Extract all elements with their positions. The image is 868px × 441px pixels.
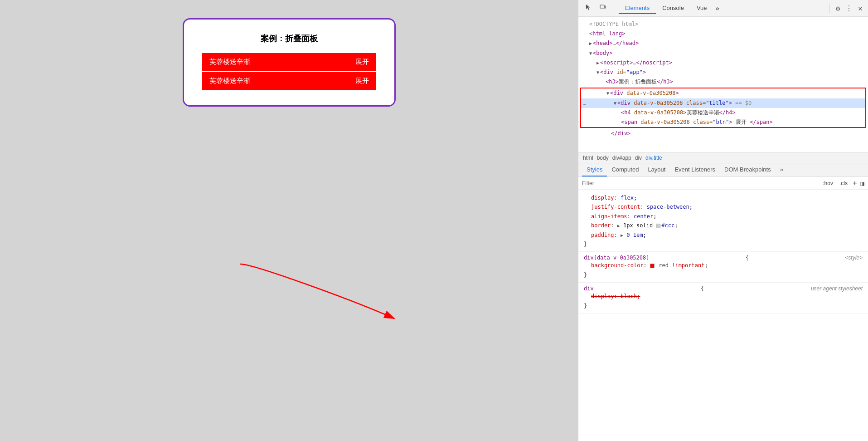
accordion-item-2-btn[interactable]: 展开: [355, 77, 369, 85]
more-tabs-button[interactable]: »: [713, 3, 722, 14]
separator2: [829, 4, 829, 13]
html-line-doctype: <!DOCTYPE html>: [578, 20, 868, 29]
separator: [614, 4, 614, 13]
html-line-h4[interactable]: <h4 data-v-0a305208>芙蓉楼送辛渐</h4>: [581, 108, 865, 118]
cursor-icon[interactable]: [582, 2, 595, 15]
accordion-item-1[interactable]: 芙蓉楼送辛渐 展开: [202, 53, 376, 71]
html-line-h3[interactable]: <h3>案例：折叠面板</h3>: [578, 77, 868, 87]
elements-panel[interactable]: <!DOCTYPE html> <html lang> ▶<head>…</he…: [578, 17, 868, 153]
accordion-item-2[interactable]: 芙蓉楼送辛渐 展开: [202, 72, 376, 90]
border-expand-icon[interactable]: ▶: [617, 223, 620, 228]
css-justify-prop: justify-content: [591, 204, 640, 210]
breadcrumb-div[interactable]: div: [634, 155, 643, 161]
html-line-div-title[interactable]: ▼<div data-v-0a305208 class="title"> == …: [581, 98, 865, 108]
css-rule-div-ua: div { user agent stylesheet display: blo…: [578, 283, 868, 314]
html-line-div-app[interactable]: ▼<div id="app">: [578, 68, 868, 77]
breadcrumb-body[interactable]: body: [596, 155, 610, 161]
devtools-panel: Elements Console Vue » ⚙ ⋮ ✕ <!DOCTYPE h…: [578, 0, 868, 441]
css-padding-prop: padding: [591, 232, 614, 238]
accordion-item-1-btn[interactable]: 展开: [355, 58, 369, 66]
css-selector-div: div: [584, 285, 594, 292]
tab-more-styles[interactable]: »: [776, 163, 788, 176]
close-devtools-icon[interactable]: ✕: [856, 3, 864, 14]
breadcrumb-div-title[interactable]: div.title: [645, 155, 663, 161]
css-align-prop: align-items: [591, 213, 627, 220]
css-source-ua: user agent stylesheet: [811, 285, 863, 292]
css-panel[interactable]: display: flex; justify-content: space-be…: [578, 190, 868, 441]
html-line-html[interactable]: <html lang>: [578, 29, 868, 39]
svg-rect-1: [600, 5, 604, 8]
html-line-noscript[interactable]: ▶<noscript>…</noscript>: [578, 58, 868, 68]
css-display-block-prop: display: block;: [591, 293, 640, 299]
devtools-main-tabs: Elements Console Vue »: [619, 3, 824, 14]
filter-bar: :hov .cls + ◨: [578, 177, 868, 190]
html-line-head[interactable]: ▶<head>…</head>: [578, 39, 868, 48]
html-line-close-div: </div>: [578, 129, 868, 138]
devtools-right-icons: ⚙ ⋮ ✕: [834, 3, 864, 14]
tab-dom-breakpoints[interactable]: DOM Breakpoints: [720, 163, 776, 176]
tab-console[interactable]: Console: [656, 3, 690, 14]
tab-vue[interactable]: Vue: [690, 3, 713, 14]
css-filter-input[interactable]: [582, 180, 818, 186]
devtools-topbar: Elements Console Vue » ⚙ ⋮ ✕: [578, 0, 868, 17]
html-line-body[interactable]: ▼<body>: [578, 49, 868, 58]
padding-expand-icon[interactable]: ▶: [621, 233, 623, 238]
tab-computed[interactable]: Computed: [607, 163, 643, 176]
svg-rect-2: [604, 6, 606, 8]
css-border-prop: border: [591, 222, 611, 229]
breadcrumb-div-app[interactable]: div#app: [611, 155, 632, 161]
more-options-icon[interactable]: ⋮: [844, 3, 854, 14]
html-line-span-btn[interactable]: <span data-v-0a305208 class="btn"> 展开 </…: [581, 118, 865, 127]
tab-styles[interactable]: Styles: [582, 163, 607, 176]
html-line-div-data[interactable]: ▼<div data-v-0a305208>: [581, 88, 865, 98]
tab-layout[interactable]: Layout: [643, 163, 670, 176]
css-rule-data-v: div[data-v-0a305208] { <style> backgroun…: [578, 252, 868, 283]
css-selector-datav: div[data-v-0a305208]: [584, 255, 650, 261]
device-toolbar-icon[interactable]: [596, 2, 609, 15]
red-arrow: [218, 255, 408, 337]
breadcrumb-bar: html body div#app div div.title: [578, 153, 868, 163]
toggle-sidebar-button[interactable]: ◨: [861, 180, 864, 187]
hov-button[interactable]: :hov: [821, 180, 834, 187]
css-rule-flex: display: flex; justify-content: space-be…: [578, 190, 868, 252]
demo-card: 案例：折叠面板 芙蓉楼送辛渐 展开 芙蓉楼送辛渐 展开: [183, 18, 396, 107]
add-style-button[interactable]: +: [853, 179, 857, 187]
border-color-swatch[interactable]: [656, 224, 660, 228]
cls-button[interactable]: .cls: [838, 180, 849, 187]
bg-color-swatch[interactable]: [650, 264, 655, 268]
css-source-style[interactable]: <style>: [845, 255, 863, 261]
tab-elements[interactable]: Elements: [619, 3, 656, 14]
css-display-prop: display: [591, 195, 614, 201]
accordion-item-2-text: 芙蓉楼送辛渐: [209, 77, 250, 85]
accordion-item-1-text: 芙蓉楼送辛渐: [209, 58, 250, 66]
demo-card-title: 案例：折叠面板: [202, 33, 376, 44]
outlined-block: ▼<div data-v-0a305208> … ▼<div data-v-0a…: [580, 88, 866, 128]
tab-event-listeners[interactable]: Event Listeners: [670, 163, 720, 176]
styles-tabs-row: Styles Computed Layout Event Listeners D…: [578, 163, 868, 177]
html-line-selected-container: … ▼<div data-v-0a305208 class="title"> =…: [581, 98, 865, 108]
breadcrumb-html[interactable]: html: [582, 155, 594, 161]
css-bg-color-prop: background-color: [591, 262, 644, 269]
filter-controls: :hov .cls + ◨: [821, 179, 864, 187]
settings-icon[interactable]: ⚙: [834, 3, 842, 14]
browser-content: 案例：折叠面板 芙蓉楼送辛渐 展开 芙蓉楼送辛渐 展开: [0, 0, 578, 441]
three-dots-icon: …: [583, 100, 586, 106]
